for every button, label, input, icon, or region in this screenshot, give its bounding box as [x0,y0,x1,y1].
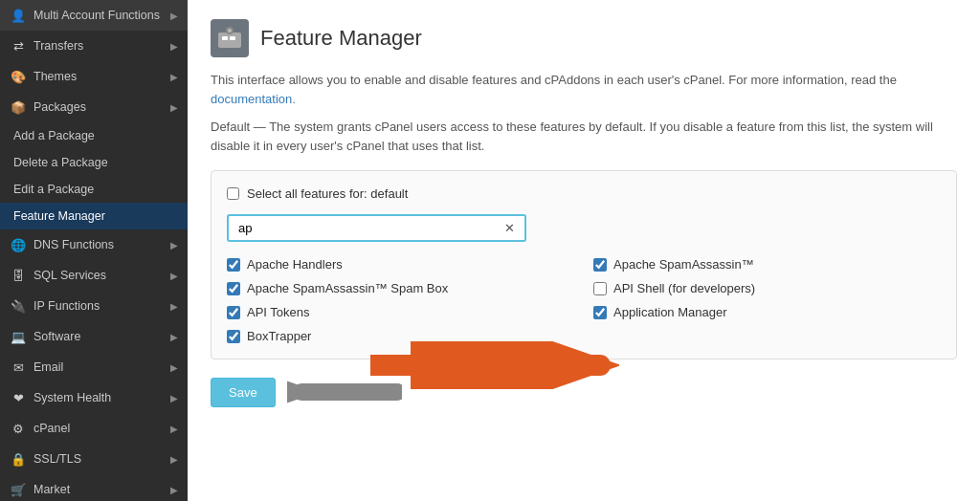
sidebar-item-system-health[interactable]: ❤System Health▶ [0,382,188,413]
svg-rect-0 [218,33,241,48]
checkbox-apache-spamassassin[interactable] [593,258,607,272]
expand-arrow-icon: ▶ [170,240,178,250]
expand-arrow-icon: ▶ [170,41,178,52]
feature-apache-handlers: Apache Handlers [227,257,574,272]
svg-point-4 [228,29,232,33]
sidebar-item-software[interactable]: 💻Software▶ [0,321,188,352]
sidebar-item-label-software: Software [33,330,170,343]
sidebar-item-label-delete-package: Delete a Package [13,156,108,169]
feature-application-manager: Application Manager [593,305,941,319]
sidebar-item-label-system-health: System Health [33,391,170,404]
market-icon: 🛒 [10,481,27,498]
sidebar-item-email[interactable]: ✉Email▶ [0,352,188,382]
checkbox-apache-handlers[interactable] [227,258,240,272]
expand-arrow-icon: ▶ [170,393,178,403]
save-row: Save [211,375,957,409]
checkbox-api-shell[interactable] [593,282,607,295]
feature-api-tokens: API Tokens [227,305,574,319]
doc-link[interactable]: documentation. [211,92,296,106]
sidebar-item-feature-manager[interactable]: Feature Manager [0,203,188,229]
sidebar-item-edit-package[interactable]: Edit a Package [0,176,188,203]
sql-services-icon: 🗄 [10,267,27,284]
page-header: Feature Manager [211,19,957,57]
software-icon: 💻 [10,328,27,345]
sidebar-item-add-package[interactable]: Add a Package [0,122,188,149]
expand-arrow-icon: ▶ [170,485,178,495]
feature-apache-spamassassin: Apache SpamAssassin™ [593,257,941,272]
main-content: Feature Manager This interface allows yo… [188,0,980,501]
ip-functions-icon: 🔌 [10,297,27,315]
checkbox-apache-spamassassin-spam-box[interactable] [227,282,240,295]
sidebar-item-label-transfers: Transfers [33,39,170,53]
sidebar: 👤Multi Account Functions▶⇄Transfers▶🎨The… [0,0,188,501]
sidebar-item-label-multi-account: Multi Account Functions [33,9,170,22]
sidebar-item-sql-services[interactable]: 🗄SQL Services▶ [0,260,188,291]
sidebar-item-transfers[interactable]: ⇄Transfers▶ [0,31,188,61]
feature-api-shell: API Shell (for developers) [593,281,941,295]
page-title: Feature Manager [260,26,422,51]
select-all-row: Select all features for: default [227,186,941,201]
expand-arrow-icon: ▶ [170,454,178,465]
sidebar-item-label-add-package: Add a Package [13,129,95,142]
search-row: ✕ [227,214,941,242]
sidebar-item-label-ip-functions: IP Functions [33,299,170,313]
sidebar-item-market[interactable]: 🛒Market▶ [0,474,188,501]
dns-functions-icon: 🌐 [10,236,27,253]
description1: This interface allows you to enable and … [211,71,957,108]
email-icon: ✉ [10,359,27,376]
sidebar-item-label-sql-services: SQL Services [33,269,170,282]
svg-rect-2 [230,36,235,40]
sidebar-item-ssl-tls[interactable]: 🔒SSL/TLS▶ [0,444,188,474]
description2: Default — The system grants cPanel users… [211,118,957,155]
feature-panel: Select all features for: default ✕ Apach… [211,170,957,359]
feature-boxtrapper: BoxTrapper [227,329,574,343]
select-all-label: Select all features for: default [247,186,408,201]
search-input[interactable] [227,214,495,242]
sidebar-item-themes[interactable]: 🎨Themes▶ [0,61,188,92]
expand-arrow-icon: ▶ [170,332,178,342]
checkbox-api-tokens[interactable] [227,306,240,319]
themes-icon: 🎨 [10,68,27,85]
sidebar-item-delete-package[interactable]: Delete a Package [0,149,188,176]
checkbox-application-manager[interactable] [593,306,607,319]
sidebar-item-label-market: Market [33,483,170,496]
features-grid: Apache Handlers Apache SpamAssassin™ Apa… [227,257,941,343]
sidebar-item-multi-account[interactable]: 👤Multi Account Functions▶ [0,0,188,31]
ssl-tls-icon: 🔒 [10,450,27,468]
save-button[interactable]: Save [211,378,276,407]
sidebar-item-label-dns-functions: DNS Functions [33,238,170,251]
expand-arrow-icon: ▶ [170,424,178,434]
page-header-icon [211,19,249,57]
expand-arrow-icon: ▶ [170,301,178,312]
svg-rect-1 [222,36,228,40]
sidebar-item-label-cpanel: cPanel [33,422,170,435]
expand-arrow-icon: ▶ [170,362,178,373]
save-annotation-arrow [287,375,402,409]
clear-search-button[interactable]: ✕ [495,214,526,242]
sidebar-item-packages[interactable]: 📦Packages▶ [0,92,188,122]
sidebar-item-cpanel[interactable]: ⚙cPanel▶ [0,413,188,444]
checkbox-boxtrapper[interactable] [227,330,240,343]
sidebar-item-label-ssl-tls: SSL/TLS [33,452,170,466]
sidebar-item-label-edit-package: Edit a Package [13,183,94,196]
expand-arrow-icon: ▶ [170,72,178,82]
sidebar-item-ip-functions[interactable]: 🔌IP Functions▶ [0,291,188,321]
expand-arrow-icon: ▶ [170,271,178,281]
cpanel-icon: ⚙ [10,420,27,437]
system-health-icon: ❤ [10,389,27,406]
multi-account-icon: 👤 [10,7,27,24]
packages-icon: 📦 [10,98,27,116]
transfers-icon: ⇄ [10,37,27,54]
expand-arrow-icon: ▶ [170,11,178,21]
sidebar-item-dns-functions[interactable]: 🌐DNS Functions▶ [0,229,188,260]
sidebar-item-label-email: Email [33,360,170,374]
sidebar-item-label-themes: Themes [33,70,170,83]
sidebar-item-label-packages: Packages [33,100,170,114]
features-container: Apache Handlers Apache SpamAssassin™ Apa… [227,257,941,343]
select-all-checkbox[interactable] [227,187,239,200]
feature-apache-spamassassin-spam-box: Apache SpamAssassin™ Spam Box [227,281,574,295]
expand-arrow-icon: ▶ [170,102,178,113]
sidebar-item-label-feature-manager: Feature Manager [13,209,105,223]
